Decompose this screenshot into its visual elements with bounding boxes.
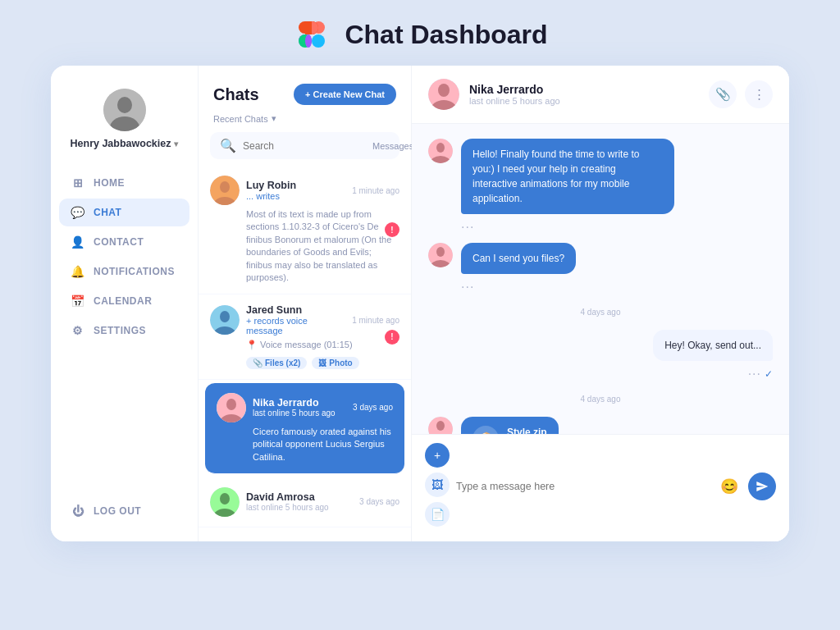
chat-window: Nika Jerrardo last online 5 hours ago 📎 … [412,66,789,541]
recent-chats-label: Recent Chats ▾ [199,113,411,132]
chat-items: Luy Robin ... writes 1 minute ago Most o… [199,166,411,541]
read-tick: ✓ [765,368,773,380]
attachment-actions: + 🖼 📄 [425,443,450,527]
chat-window-name: Nika Jerrardo [469,83,560,96]
more-icon[interactable]: ··· [461,280,474,294]
last-online: last online 5 hours ago [253,409,346,418]
sidebar-item-notifications[interactable]: 🔔 NOTIFICATIONS [59,258,189,285]
msg-bubbles: Hey! Okay, send out... ··· ✓ [653,330,773,381]
msg-avatar [428,243,453,267]
figma-logo-icon [292,15,331,54]
msg-bubbles: Can I send you files? ··· [461,243,576,294]
more-options-button[interactable]: ⋮ [745,80,773,108]
chat-list-panel: Chats + Create New Chat Recent Chats ▾ 🔍… [199,66,412,541]
chat-item-luy-robin[interactable]: Luy Robin ... writes 1 minute ago Most o… [199,166,411,294]
chat-preview: 📍 Voice message (01:15) [210,339,399,351]
file-info: Style.zip 41.36 Mb [507,425,547,434]
contact-icon: 👤 [71,235,85,249]
message-group: Hello! Finally found the time to write t… [428,139,773,235]
chat-info: Luy Robin ... writes [246,180,345,201]
chat-name: Nika Jerrardo [253,397,346,409]
chat-time: 1 minute ago [352,316,399,325]
search-input[interactable] [243,140,366,152]
message-timestamp: 4 days ago [428,308,773,317]
message-bubble: Can I send you files? [461,243,576,274]
message-options: ··· ✓ [748,367,773,381]
chat-avatar [210,487,240,517]
attachment-button[interactable]: 📎 [709,80,737,108]
emoji-button[interactable]: 😊 [717,474,742,499]
sidebar-item-calendar[interactable]: 📅 CALENDAR [59,287,189,315]
create-chat-button[interactable]: + Create New Chat [294,84,396,105]
photo-badge: 🖼 Photo [312,357,358,369]
message-group: Can I send you files? ··· [428,243,773,294]
add-button[interactable]: + [425,443,450,468]
file-icon: 📦 [472,426,499,435]
chat-avatar [217,393,246,422]
file-button[interactable]: 📄 [425,502,450,527]
chat-name: David Amrosa [246,491,353,503]
sidebar-item-home[interactable]: ⊞ HOME [59,169,189,197]
profile-name[interactable]: Henry Jabbawockiez ▾ [71,138,179,149]
chat-window-header: Nika Jerrardo last online 5 hours ago 📎 … [412,66,789,124]
sidebar-logout: ⏻ LOG OUT [51,497,198,525]
message-group-file: 📦 Style.zip 41.36 Mb ··· [428,417,773,434]
message-bubble: Hey! Okay, send out... [653,330,773,361]
message-bubble: Hello! Finally found the time to write t… [461,139,674,214]
chat-preview: Cicero famously orated against his polit… [217,426,393,463]
avatar [103,89,146,131]
chat-time: 3 days ago [359,497,399,506]
sidebar-item-chat[interactable]: 💬 CHAT [59,199,189,226]
chat-info: Jared Sunn + records voice message [246,304,345,336]
chat-time: 1 minute ago [352,186,399,195]
sidebar-item-contact[interactable]: 👤 CONTACT [59,228,189,256]
search-icon: 🔍 [220,138,236,153]
sidebar-item-settings[interactable]: ⚙ SETTINGS [59,317,189,345]
message-options: ··· [461,220,474,235]
chat-item-david-amrosa[interactable]: David Amrosa last online 5 hours ago 3 d… [199,477,411,527]
logout-icon: ⏻ [71,504,85,518]
chat-window-contact-info: Nika Jerrardo last online 5 hours ago [469,83,560,106]
message-input[interactable] [456,481,710,492]
msg-avatar [428,417,453,434]
chat-window-actions: 📎 ⋮ [709,80,773,108]
send-button[interactable] [748,472,776,500]
chat-info: David Amrosa last online 5 hours ago [246,491,353,512]
chevron-down-icon: ▾ [272,113,276,124]
message-timestamp: 4 days ago [428,395,773,404]
messages-area: Hello! Finally found the time to write t… [412,124,789,434]
chat-time: 3 days ago [353,403,393,412]
svg-point-29 [436,247,445,257]
avatar-image [103,89,146,131]
chats-title: Chats [213,85,259,104]
more-icon[interactable]: ··· [748,367,761,381]
msg-bubbles: Hello! Finally found the time to write t… [461,139,674,235]
chat-status: ... writes [246,191,345,201]
svg-point-11 [220,181,230,193]
svg-rect-6 [305,34,312,48]
svg-point-26 [436,143,445,153]
chat-preview: Most of its text is made up from section… [210,208,399,284]
svg-point-8 [117,97,132,113]
chat-name: Luy Robin [246,180,345,191]
chat-info: Nika Jerrardo last online 5 hours ago [253,397,346,418]
svg-point-17 [226,399,236,410]
home-icon: ⊞ [71,176,85,189]
search-bar: 🔍 Messages ▾ [210,132,399,159]
chat-window-status: last online 5 hours ago [469,96,560,106]
chat-item-nika-jerrardo[interactable]: Nika Jerrardo last online 5 hours ago 3 … [205,383,404,474]
svg-point-4 [312,34,325,48]
chat-input-area: + 🖼 📄 😊 [412,434,789,541]
svg-point-32 [436,421,445,431]
msg-bubbles: 📦 Style.zip 41.36 Mb ··· [461,417,559,434]
chat-item-jared-sunn[interactable]: Jared Sunn + records voice message 1 min… [199,294,411,379]
last-online: last online 5 hours ago [246,503,353,512]
main-card: Henry Jabbawockiez ▾ ⊞ HOME 💬 CHAT 👤 CON… [51,66,789,541]
more-icon[interactable]: ··· [461,220,474,235]
logout-button[interactable]: ⏻ LOG OUT [59,497,189,525]
chat-icon: 💬 [71,206,85,219]
files-badge: 📎 Files (x2) [246,357,307,369]
file-name: Style.zip [507,425,547,434]
image-button[interactable]: 🖼 [425,472,450,497]
notifications-icon: 🔔 [71,265,85,278]
